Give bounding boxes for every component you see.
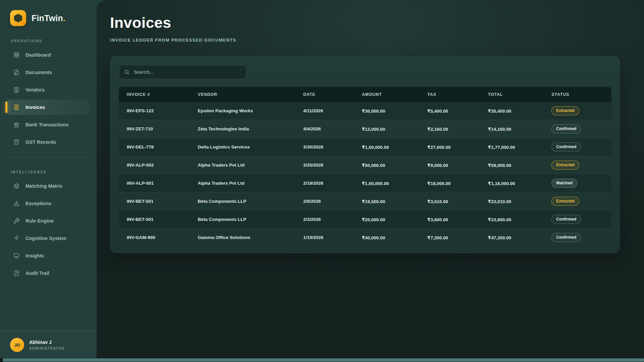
cell-invoice: INV-ALP-001 [119, 174, 190, 192]
cell-status: Confirmed [543, 138, 611, 156]
cell-total: ₹14,160.00 [480, 120, 544, 138]
sidebar-item-label: Exceptions [25, 201, 51, 206]
cell-tax: ₹27,000.00 [419, 138, 480, 156]
cell-invoice: INV-ALP-002 [119, 156, 190, 174]
sidebar-item-dashboard[interactable]: Dashboard [6, 47, 89, 63]
table-row[interactable]: INV-GAM-900Gamma Office Solutions1/19/20… [119, 228, 611, 246]
sidebar-item-bank-transactions[interactable]: Bank Transactions [6, 117, 89, 132]
horizontal-scrollbar-thumb[interactable] [3, 358, 644, 362]
cell-date: 2/3/2026 [295, 210, 354, 228]
sidebar-item-label: Insights [25, 253, 44, 258]
cell-vendor: Gamma Office Solutions [190, 228, 295, 246]
presentation-icon [13, 252, 20, 259]
main-content: Invoices INVOICE LEDGER FROM PROCESSED D… [97, 0, 644, 362]
sidebar-item-exceptions[interactable]: Exceptions [6, 196, 89, 211]
column-header-amount: AMOUNT [354, 87, 419, 102]
cell-tax: ₹2,160.00 [419, 120, 480, 138]
cell-invoice: INV-ZET-710 [119, 120, 190, 138]
cell-tax: ₹3,510.00 [419, 192, 480, 210]
cell-status: Extracted [543, 192, 611, 210]
cell-total: ₹59,000.00 [480, 156, 544, 174]
status-badge: Extracted [551, 161, 579, 170]
app-window: FinTwin. OPERATIONSDashboardDocumentsVen… [0, 0, 644, 362]
sidebar-item-label: Rule Engine [25, 218, 54, 224]
user-meta: Abhinav J ADMINISTRATOR [29, 340, 65, 350]
sidebar-item-matching-matrix[interactable]: Matching Matrix [6, 178, 89, 194]
column-header-status: STATUS [543, 87, 611, 102]
sidebar-item-label: Dashboard [25, 52, 51, 58]
bank-icon [13, 121, 20, 128]
brand-dot: . [63, 13, 65, 23]
cell-tax: ₹3,600.00 [419, 210, 480, 228]
status-badge: Confirmed [551, 124, 581, 133]
search-input[interactable] [133, 69, 242, 75]
cell-invoice: INV-EPS-122 [119, 102, 190, 120]
cell-status: Matched [543, 174, 611, 192]
user-role: ADMINISTRATOR [29, 347, 65, 350]
sidebar-item-label: Cognitive System [25, 236, 66, 241]
sidebar-item-label: Vendors [25, 87, 45, 93]
cell-vendor: Epsilon Packaging Works [190, 102, 295, 120]
cell-invoice: INV-BET-501 [119, 192, 190, 210]
column-header-invoice-: INVOICE # [119, 87, 190, 102]
horizontal-scrollbar-track[interactable] [0, 358, 644, 362]
sidebar-item-label: Matching Matrix [25, 183, 62, 189]
sidebar-section-label: OPERATIONS [0, 39, 97, 43]
invoice-table: INVOICE #VENDORDATEAMOUNTTAXTOTALSTATUS … [119, 87, 611, 246]
status-badge: Matched [551, 179, 577, 188]
cell-date: 4/11/2026 [295, 102, 354, 120]
sparkle-icon [13, 235, 20, 242]
user-name: Abhinav J [29, 340, 65, 346]
table-header-row: INVOICE #VENDORDATEAMOUNTTAXTOTALSTATUS [119, 87, 611, 102]
cell-amount: ₹50,000.00 [354, 156, 419, 174]
cell-vendor: Beta Components LLP [190, 210, 295, 228]
cell-vendor: Beta Components LLP [190, 192, 295, 210]
calculator-icon [13, 138, 20, 146]
sidebar-item-rule-engine[interactable]: Rule Engine [6, 213, 89, 229]
page-subtitle: INVOICE LEDGER FROM PROCESSED DOCUMENTS [110, 38, 644, 43]
sidebar-section: Matching MatrixExceptionsRule EngineCogn… [0, 177, 97, 282]
status-badge: Extracted [551, 106, 579, 115]
cell-amount: ₹19,500.00 [354, 192, 419, 210]
table-row[interactable]: INV-ALP-002Alpha Traders Pvt Ltd3/25/202… [119, 156, 611, 174]
cell-total: ₹23,600.00 [480, 210, 544, 228]
table-row[interactable]: INV-BET-501Beta Components LLP2/3/2026₹2… [119, 210, 611, 228]
sidebar-item-insights[interactable]: Insights [6, 248, 89, 263]
sidebar-item-invoices[interactable]: Invoices [6, 100, 89, 115]
cell-total: ₹35,400.00 [480, 102, 544, 120]
sidebar-item-vendors[interactable]: Vendors [6, 82, 89, 98]
column-header-total: TOTAL [480, 87, 544, 102]
cell-vendor: Delta Logistics Services [190, 138, 295, 156]
cell-date: 3/30/2026 [295, 138, 354, 156]
cell-status: Extracted [543, 102, 611, 120]
cell-invoice: INV-BET-501 [119, 210, 190, 228]
table-row[interactable]: INV-BET-501Beta Components LLP2/8/2026₹1… [119, 192, 611, 210]
table-row[interactable]: INV-ALP-001Alpha Traders Pvt Ltd2/18/202… [119, 174, 611, 192]
sidebar: FinTwin. OPERATIONSDashboardDocumentsVen… [0, 0, 97, 362]
receipt-icon [13, 104, 20, 111]
status-badge: Confirmed [551, 142, 581, 152]
cell-vendor: Alpha Traders Pvt Ltd [190, 174, 295, 192]
grid-icon [13, 51, 20, 59]
sidebar-item-documents[interactable]: Documents [6, 65, 89, 80]
brand-logo-row: FinTwin. [0, 0, 97, 26]
sidebar-item-label: GST Records [25, 139, 56, 145]
cell-total: ₹1,18,000.00 [480, 174, 544, 192]
column-header-vendor: VENDOR [190, 87, 295, 102]
sidebar-item-cognitive-system[interactable]: Cognitive System [6, 231, 89, 246]
cell-tax: ₹7,200.00 [419, 228, 480, 246]
cell-tax: ₹5,400.00 [419, 102, 480, 120]
scroll-icon [13, 269, 20, 277]
user-profile[interactable]: JD Abhinav J ADMINISTRATOR [0, 330, 97, 362]
sidebar-item-gst-records[interactable]: GST Records [6, 134, 89, 150]
cell-status: Confirmed [543, 120, 611, 138]
table-row[interactable]: INV-DEL-778Delta Logistics Services3/30/… [119, 138, 611, 156]
table-row[interactable]: INV-EPS-122Epsilon Packaging Works4/11/2… [119, 102, 611, 120]
sidebar-item-label: Bank Transactions [25, 122, 69, 127]
warning-icon [13, 200, 20, 207]
table-row[interactable]: INV-ZET-710Zeta Technologies India4/4/20… [119, 120, 611, 138]
search-box[interactable] [119, 65, 247, 79]
sidebar-item-audit-trail[interactable]: Audit Trail [6, 265, 89, 281]
sidebar-item-label: Documents [25, 70, 52, 75]
cell-status: Confirmed [543, 228, 611, 246]
